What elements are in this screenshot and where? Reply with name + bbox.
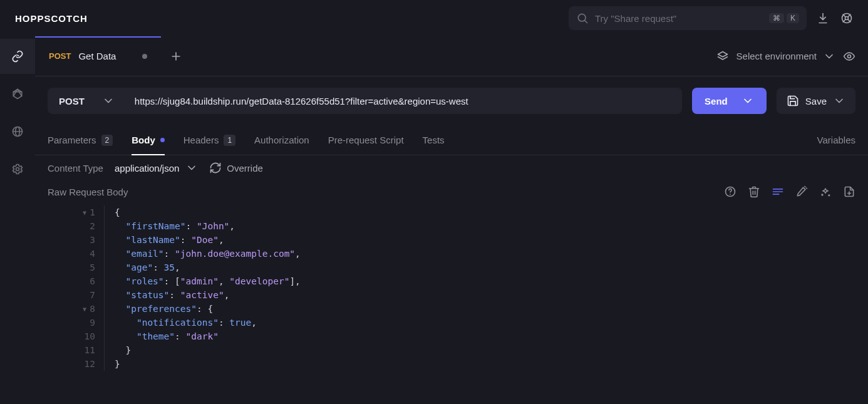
override-button[interactable]: Override xyxy=(209,162,263,174)
left-rail xyxy=(0,36,35,404)
code-content[interactable]: "roles": ["admin", "developer"], xyxy=(115,274,301,288)
code-line[interactable]: 9 "notifications": true, xyxy=(35,316,868,329)
magic-icon[interactable] xyxy=(819,185,832,198)
code-content[interactable]: { xyxy=(115,205,120,219)
rail-graphql[interactable] xyxy=(0,76,35,111)
fold-icon[interactable]: ▼ xyxy=(83,303,86,316)
plus-icon xyxy=(170,50,182,63)
body-title: Raw Request Body xyxy=(48,187,128,197)
line-number: 10 xyxy=(35,329,104,343)
search-input[interactable] xyxy=(595,13,763,24)
tab-headers[interactable]: Headers 1 xyxy=(183,125,235,155)
code-content[interactable]: "theme": "dark" xyxy=(115,329,219,343)
new-tab-button[interactable] xyxy=(161,36,191,76)
line-number: 12 xyxy=(35,357,104,371)
svg-marker-18 xyxy=(718,51,727,56)
chevron-down-icon xyxy=(185,162,198,174)
headers-count: 1 xyxy=(224,135,235,146)
code-content[interactable]: "age": 35, xyxy=(115,261,180,274)
request-body-editor[interactable]: 1▼{2 "firstName": "John",3 "lastName": "… xyxy=(35,203,868,371)
code-content[interactable]: "lastName": "Doe", xyxy=(115,233,224,247)
code-line[interactable]: 8▼ "preferences": { xyxy=(35,302,868,316)
code-line[interactable]: 7 "status": "active", xyxy=(35,288,868,302)
code-content[interactable]: } xyxy=(115,357,120,371)
svg-point-15 xyxy=(16,168,19,171)
line-number: 1▼ xyxy=(35,205,104,219)
chevron-down-icon xyxy=(102,95,115,107)
layers-icon xyxy=(716,50,729,63)
code-line[interactable]: 11 } xyxy=(35,343,868,357)
line-number: 11 xyxy=(35,343,104,357)
svg-line-6 xyxy=(843,20,845,22)
request-tabbar: POST Get Data Select environment xyxy=(35,36,868,76)
line-number: 2 xyxy=(35,219,104,233)
code-content[interactable]: "firstName": "John", xyxy=(115,219,235,233)
code-content[interactable]: "email": "john.doe@example.com", xyxy=(115,247,301,261)
request-tab[interactable]: POST Get Data xyxy=(35,36,161,76)
line-number: 7 xyxy=(35,288,104,302)
global-search[interactable]: ⌘K xyxy=(569,6,807,30)
url-input[interactable] xyxy=(135,96,673,106)
rail-settings[interactable] xyxy=(0,152,35,187)
add-file-icon[interactable] xyxy=(843,185,855,198)
code-line[interactable]: 1▼{ xyxy=(35,205,868,219)
search-icon xyxy=(576,12,589,24)
help-icon[interactable] xyxy=(724,185,736,198)
line-number: 8▼ xyxy=(35,302,104,316)
tab-tests[interactable]: Tests xyxy=(423,125,445,155)
gear-icon xyxy=(11,163,24,175)
code-line[interactable]: 4 "email": "john.doe@example.com", xyxy=(35,247,868,261)
search-shortcut: ⌘K xyxy=(769,13,799,23)
code-line[interactable]: 6 "roles": ["admin", "developer"], xyxy=(35,274,868,288)
chevron-down-icon xyxy=(741,95,754,107)
svg-point-19 xyxy=(848,54,851,58)
prettify-icon[interactable] xyxy=(795,185,808,198)
fold-icon[interactable]: ▼ xyxy=(83,206,86,220)
tab-variables[interactable]: Variables xyxy=(817,135,855,145)
tab-prerequest[interactable]: Pre-request Script xyxy=(328,125,404,155)
code-content[interactable]: "status": "active", xyxy=(115,288,229,302)
code-line[interactable]: 12} xyxy=(35,357,868,371)
trash-icon[interactable] xyxy=(748,185,760,198)
refresh-icon xyxy=(209,162,222,174)
globe-icon xyxy=(11,125,24,138)
graphql-icon xyxy=(11,88,24,100)
support-icon[interactable] xyxy=(840,12,853,24)
line-number: 9 xyxy=(35,316,104,329)
body-indicator-dot xyxy=(160,138,165,142)
line-number: 6 xyxy=(35,274,104,288)
content-type-select[interactable]: application/json xyxy=(115,162,198,174)
tab-authorization[interactable]: Authorization xyxy=(254,125,309,155)
rail-rest[interactable] xyxy=(0,39,35,74)
content-type-label: Content Type xyxy=(48,163,103,174)
parameters-count: 2 xyxy=(101,135,113,146)
code-line[interactable]: 3 "lastName": "Doe", xyxy=(35,233,868,247)
code-content[interactable]: } xyxy=(115,343,131,357)
code-content[interactable]: "preferences": { xyxy=(115,302,213,316)
svg-line-7 xyxy=(849,14,850,16)
link-icon xyxy=(11,50,24,63)
svg-point-26 xyxy=(822,194,823,195)
save-button[interactable]: Save xyxy=(777,88,855,114)
line-number: 5 xyxy=(35,261,104,274)
rail-realtime[interactable] xyxy=(0,114,35,149)
wrap-icon[interactable] xyxy=(772,185,784,198)
code-line[interactable]: 10 "theme": "dark" xyxy=(35,329,868,343)
save-icon xyxy=(787,95,799,107)
line-number: 3 xyxy=(35,233,104,247)
method-select[interactable]: POST xyxy=(48,88,126,114)
environment-select[interactable]: Select environment xyxy=(736,50,835,63)
svg-point-25 xyxy=(829,195,830,196)
code-content[interactable]: "notifications": true, xyxy=(115,316,257,329)
code-line[interactable]: 5 "age": 35, xyxy=(35,261,868,274)
code-line[interactable]: 2 "firstName": "John", xyxy=(35,219,868,233)
tab-title: Get Data xyxy=(78,51,116,61)
tab-parameters[interactable]: Parameters 2 xyxy=(48,125,113,155)
chevron-down-icon xyxy=(823,50,835,63)
download-icon[interactable] xyxy=(817,12,829,24)
tab-body[interactable]: Body xyxy=(132,125,165,155)
send-button[interactable]: Send xyxy=(692,88,767,114)
app-logo[interactable]: HOPPSCOTCH xyxy=(15,13,88,24)
environment-quickview-icon[interactable] xyxy=(843,50,855,63)
tab-method: POST xyxy=(49,51,71,61)
